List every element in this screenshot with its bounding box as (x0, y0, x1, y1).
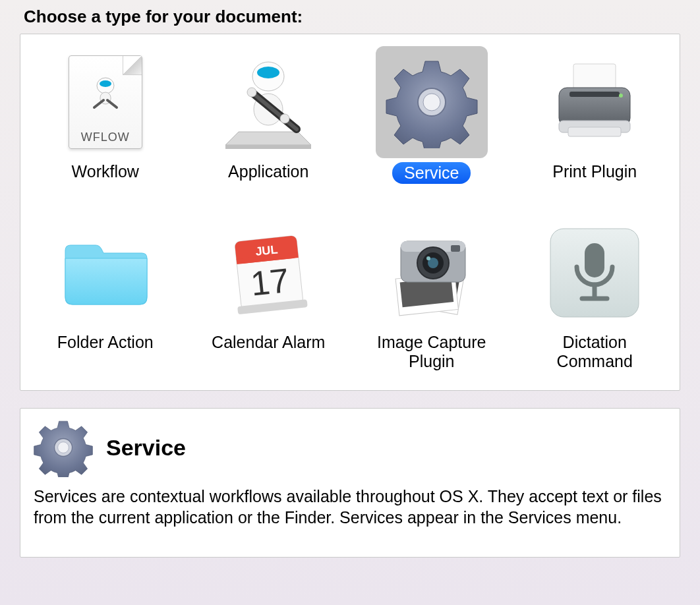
svg-point-13 (280, 114, 289, 123)
calendar-day: 17 (249, 261, 291, 303)
svg-line-3 (94, 100, 103, 107)
type-label: Service (392, 162, 471, 184)
type-folder-action[interactable]: Folder Action (27, 217, 184, 371)
svg-rect-38 (585, 243, 604, 277)
type-label: Dictation Command (525, 333, 664, 371)
type-application[interactable]: Application (190, 46, 347, 184)
svg-point-15 (423, 94, 440, 111)
svg-point-42 (58, 442, 69, 453)
wflow-text: WFLOW (69, 130, 142, 144)
type-label: Application (228, 162, 308, 181)
svg-rect-20 (569, 92, 620, 97)
svg-point-1 (100, 80, 111, 87)
svg-point-12 (247, 88, 256, 97)
type-calendar-alarm[interactable]: JUL 17 Calendar Alarm (190, 217, 347, 371)
printer-icon (539, 46, 651, 158)
type-label: Calendar Alarm (212, 333, 325, 352)
type-workflow[interactable]: WFLOW Workflow (27, 46, 184, 184)
workflow-icon: WFLOW (49, 46, 161, 158)
calendar-month: JUL (255, 243, 279, 258)
svg-marker-5 (225, 132, 311, 145)
svg-line-4 (107, 100, 117, 107)
type-dictation[interactable]: Dictation Command (517, 217, 674, 371)
svg-point-9 (257, 67, 279, 78)
calendar-icon: JUL 17 (212, 217, 324, 329)
type-label: Workflow (72, 162, 139, 181)
type-label: Image Capture Plugin (363, 333, 501, 371)
image-capture-icon (376, 217, 488, 329)
type-label: Print Plugin (552, 162, 637, 181)
type-label: Folder Action (57, 333, 154, 352)
svg-marker-6 (225, 145, 311, 149)
folder-icon (49, 217, 161, 329)
description-title: Service (106, 435, 186, 461)
service-icon (376, 46, 488, 158)
svg-rect-36 (451, 245, 460, 252)
svg-rect-19 (568, 127, 621, 136)
dictation-icon (539, 217, 651, 329)
type-print-plugin[interactable]: Print Plugin (517, 46, 674, 184)
svg-point-21 (619, 94, 623, 98)
description-body: Services are contextual workflows availa… (34, 486, 666, 528)
application-icon (212, 46, 324, 158)
type-image-capture[interactable]: Image Capture Plugin (353, 217, 510, 371)
type-service[interactable]: Service (353, 46, 510, 184)
gear-icon (34, 418, 93, 477)
type-panel: WFLOW Workflow (20, 34, 680, 391)
svg-point-35 (426, 256, 430, 260)
page-heading: Choose a type for your document: (24, 7, 680, 27)
description-panel: Service Services are contextual workflow… (20, 408, 680, 558)
